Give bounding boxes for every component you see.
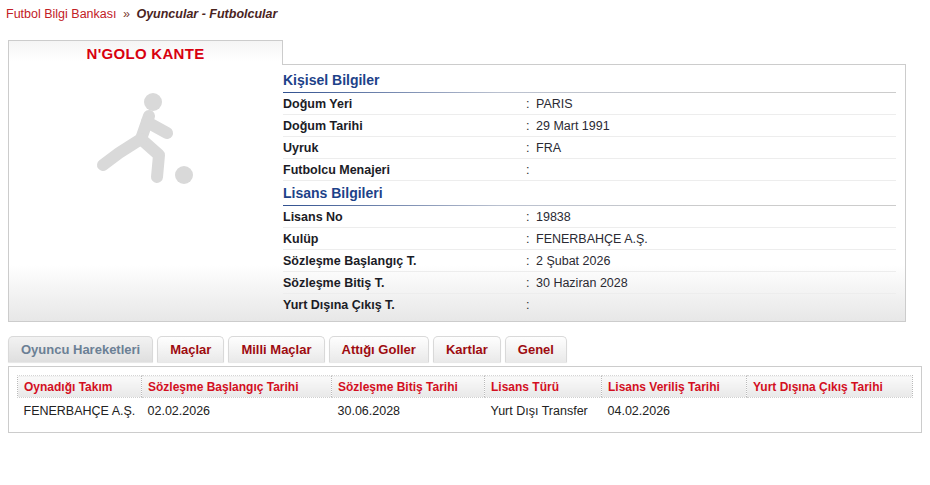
info-value: 2 Şubat 2026 xyxy=(536,254,610,268)
tab-attigi-goller[interactable]: Attığı Goller xyxy=(329,336,429,362)
info-value: 29 Mart 1991 xyxy=(536,119,610,133)
colon-separator: : xyxy=(526,254,536,268)
info-row-yurt-disina-cikis: Yurt Dışına Çıkış T. : xyxy=(283,294,896,316)
column-header-sozlesme-baslangic-tarihi: Sözleşme Başlangıç Tarihi xyxy=(142,376,332,398)
colon-separator: : xyxy=(526,141,536,155)
info-label: Lisans No xyxy=(283,210,526,224)
breadcrumb-link-futbol-bilgi-bankasi[interactable]: Futbol Bilgi Bankası xyxy=(6,7,116,21)
info-row-lisans-no: Lisans No : 19838 xyxy=(283,206,896,228)
player-info-panel: Kişisel Bilgiler Doğum Yeri : PARIS Doğu… xyxy=(8,64,906,322)
breadcrumb: Futbol Bilgi Bankası » Oyuncular - Futbo… xyxy=(6,7,277,21)
info-label: Kulüp xyxy=(283,232,526,246)
info-label: Uyruk xyxy=(283,141,526,155)
info-label: Sözleşme Başlangıç T. xyxy=(283,254,526,268)
colon-separator: : xyxy=(526,276,536,290)
info-row-kulup: Kulüp : FENERBAHÇE A.Ş. xyxy=(283,228,896,250)
colon-separator: : xyxy=(526,232,536,246)
info-row-dogum-tarihi: Doğum Tarihi : 29 Mart 1991 xyxy=(283,115,896,137)
info-value: 30 Haziran 2028 xyxy=(536,276,628,290)
column-header-oynadigi-takim: Oynadığı Takım xyxy=(18,376,142,398)
info-row-futbolcu-menajeri: Futbolcu Menajeri : xyxy=(283,159,896,181)
info-row-uyruk: Uyruk : FRA xyxy=(283,137,896,159)
column-header-lisans-turu: Lisans Türü xyxy=(485,376,602,398)
cell-contract-end: 30.06.2028 xyxy=(332,398,485,421)
cell-contract-start: 02.02.2026 xyxy=(142,398,332,421)
footballer-silhouette-icon xyxy=(87,89,217,199)
info-row-sozlesme-baslangic: Sözleşme Başlangıç T. : 2 Şubat 2026 xyxy=(283,250,896,272)
info-label: Doğum Yeri xyxy=(283,97,526,111)
tab-bar: Oyuncu Hareketleri Maçlar Milli Maçlar A… xyxy=(8,336,567,362)
colon-separator: : xyxy=(526,210,536,224)
tab-genel[interactable]: Genel xyxy=(505,336,567,362)
colon-separator: : xyxy=(526,163,536,177)
cell-license-type: Yurt Dışı Transfer xyxy=(485,398,602,421)
info-row-sozlesme-bitis: Sözleşme Bitiş T. : 30 Haziran 2028 xyxy=(283,272,896,294)
breadcrumb-current-page: Oyuncular - Futbolcular xyxy=(136,7,277,21)
cell-license-issue-date: 04.02.2026 xyxy=(602,398,747,421)
column-header-yurt-disina-cikis-tarihi: Yurt Dışına Çıkış Tarihi xyxy=(747,376,913,398)
colon-separator: : xyxy=(526,119,536,133)
tab-content-panel: Oynadığı Takım Sözleşme Başlangıç Tarihi… xyxy=(8,366,922,433)
player-name: N'GOLO KANTE xyxy=(87,45,205,62)
tab-kartlar[interactable]: Kartlar xyxy=(433,336,501,362)
player-photo-placeholder xyxy=(87,89,217,199)
info-value: FENERBAHÇE A.Ş. xyxy=(536,232,648,246)
info-label: Doğum Tarihi xyxy=(283,119,526,133)
cell-abroad-exit-date xyxy=(747,398,913,421)
info-label: Yurt Dışına Çıkış T. xyxy=(283,298,526,312)
cell-club-link[interactable]: FENERBAHÇE A.Ş. xyxy=(18,398,142,421)
tab-oyuncu-hareketleri[interactable]: Oyuncu Hareketleri xyxy=(8,336,153,362)
table-header-row: Oynadığı Takım Sözleşme Başlangıç Tarihi… xyxy=(18,376,913,398)
info-value: 19838 xyxy=(536,210,571,224)
player-details: Kişisel Bilgiler Doğum Yeri : PARIS Doğu… xyxy=(283,68,896,316)
column-header-lisans-verilis-tarihi: Lisans Veriliş Tarihi xyxy=(602,376,747,398)
colon-separator: : xyxy=(526,298,536,312)
info-value: FRA xyxy=(536,141,561,155)
tab-milli-maclar[interactable]: Milli Maçlar xyxy=(228,336,324,362)
player-name-tab: N'GOLO KANTE xyxy=(8,40,283,65)
section-title-license: Lisans Bilgileri xyxy=(283,181,896,206)
column-header-sozlesme-bitis-tarihi: Sözleşme Bitiş Tarihi xyxy=(332,376,485,398)
info-row-dogum-yeri: Doğum Yeri : PARIS xyxy=(283,93,896,115)
colon-separator: : xyxy=(526,97,536,111)
info-label: Sözleşme Bitiş T. xyxy=(283,276,526,290)
info-value: PARIS xyxy=(536,97,573,111)
tab-maclar[interactable]: Maçlar xyxy=(157,336,224,362)
info-label: Futbolcu Menajeri xyxy=(283,163,526,177)
breadcrumb-separator: » xyxy=(123,7,130,21)
table-row: FENERBAHÇE A.Ş. 02.02.2026 30.06.2028 Yu… xyxy=(18,398,913,421)
player-movements-table: Oynadığı Takım Sözleşme Başlangıç Tarihi… xyxy=(17,375,913,420)
section-title-personal: Kişisel Bilgiler xyxy=(283,68,896,93)
